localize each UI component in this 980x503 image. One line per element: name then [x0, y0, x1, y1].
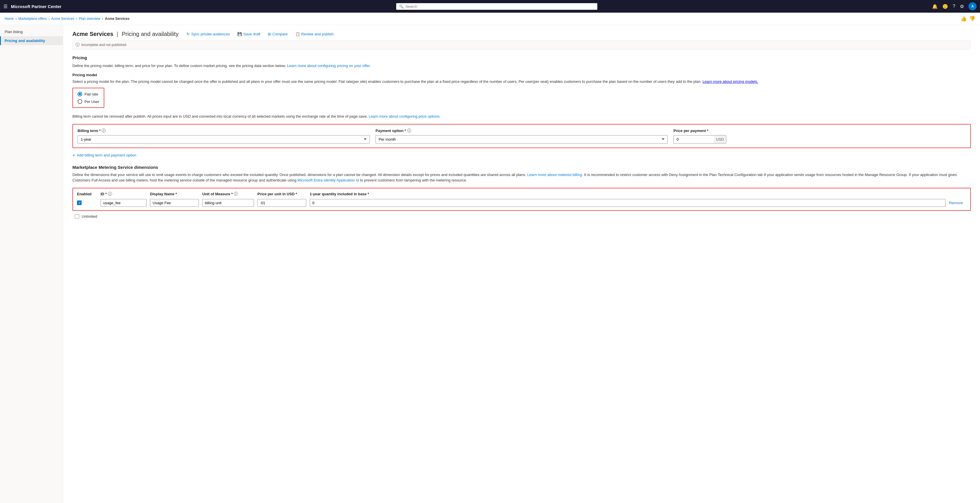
billing-term-select[interactable]: 1-year	[78, 135, 370, 144]
breadcrumb: Home › Marketplace offers › Acme Service…	[0, 13, 980, 25]
dimensions-table-box: Enabled ID * i Display Name * Unit of Me…	[72, 188, 971, 211]
app-title: Microsoft Partner Center	[11, 4, 62, 9]
topbar-right-icons: 🔔 🙂 ? ⚙ A	[932, 2, 977, 10]
payment-option-label: Payment option *	[375, 129, 406, 133]
uom-cell	[202, 199, 254, 207]
payment-option-select[interactable]: Per month	[375, 135, 668, 144]
page-header: Acme Services | Pricing and availability…	[72, 31, 971, 37]
display-name-cell	[150, 199, 199, 207]
id-cell	[100, 199, 146, 207]
sync-label: Sync private audiences	[191, 32, 229, 36]
qty-col-header: 1-year quantity included in base *	[310, 192, 966, 196]
pricing-section-title: Pricing	[72, 55, 971, 60]
enabled-cell	[77, 200, 97, 205]
compare-button[interactable]: ⊞ Compare	[266, 31, 290, 37]
display-name-input[interactable]	[150, 199, 199, 207]
smiley-icon[interactable]: 🙂	[942, 4, 948, 9]
user-avatar[interactable]: A	[969, 2, 977, 10]
save-label: Save draft	[243, 32, 260, 36]
flat-rate-radio-button[interactable]	[78, 92, 82, 96]
flat-rate-radio[interactable]: Flat rate	[78, 92, 99, 96]
payment-option-col: Payment option * i Per month	[375, 129, 668, 144]
hamburger-menu[interactable]: ☰	[3, 4, 8, 9]
thumbs-down-button[interactable]: 👎	[969, 16, 975, 22]
status-text: Incomplete and not published	[81, 43, 126, 47]
topbar: ☰ Microsoft Partner Center 🔍 🔔 🙂 ? ⚙ A	[0, 0, 980, 13]
plus-icon: +	[72, 153, 75, 158]
search-input[interactable]	[406, 4, 595, 9]
billing-options-box: Billing term * i 1-year Payment option *…	[72, 124, 971, 148]
breadcrumb-acme-services[interactable]: Acme Services	[51, 17, 75, 21]
per-user-radio-button[interactable]	[78, 99, 82, 104]
billing-labels-row: Billing term * i 1-year Payment option *…	[78, 129, 966, 144]
header-actions: ↻ Sync private audiences 💾 Save draft ⊞ …	[184, 31, 336, 37]
settings-icon[interactable]: ⚙	[960, 4, 964, 9]
uom-input[interactable]	[202, 199, 254, 207]
page-title: Acme Services	[72, 31, 113, 37]
review-publish-button[interactable]: 📋 Review and publish	[293, 31, 336, 37]
add-billing-term-button[interactable]: + Add billing term and payment option	[72, 153, 137, 158]
review-icon: 📋	[295, 32, 300, 36]
uom-col-header: Unit of Measure * i	[202, 192, 254, 196]
notification-icon[interactable]: 🔔	[932, 4, 938, 9]
qty-cell	[310, 199, 945, 207]
page-subtitle: Pricing and availability	[122, 31, 179, 37]
compare-icon: ⊞	[268, 32, 271, 36]
pricing-model-desc: Select a pricing model for the plan. The…	[72, 79, 971, 85]
remove-cell: Remove	[949, 201, 966, 205]
pricing-model-label: Pricing model	[72, 73, 971, 77]
price-cell	[258, 199, 306, 207]
per-user-radio[interactable]: Per User	[78, 99, 99, 104]
thumbs-up-button[interactable]: 👍	[961, 16, 967, 22]
status-bar: ⓘ Incomplete and not published	[72, 40, 971, 50]
flat-rate-label: Flat rate	[84, 92, 98, 96]
metering-section-title: Marketplace Metering Service dimensions	[72, 165, 971, 170]
uom-col-info-icon[interactable]: i	[234, 192, 238, 196]
pricing-learn-more-link[interactable]: Learn more about configuring pricing on …	[287, 64, 371, 68]
enabled-checkbox[interactable]	[77, 200, 81, 205]
breadcrumb-home[interactable]: Home	[5, 17, 14, 21]
price-input[interactable]	[673, 135, 714, 144]
metering-section-desc: Define the dimensions that your service …	[72, 172, 971, 183]
billing-term-label: Billing term *	[78, 129, 100, 133]
sidebar: Plan listing Pricing and availability	[0, 25, 63, 503]
pricing-model-radio-group: Flat rate Per User	[72, 88, 104, 108]
unlimited-row: Unlimited	[75, 214, 971, 219]
add-billing-label: Add billing term and payment option	[77, 153, 136, 157]
price-per-payment-label: Price per payment *	[673, 129, 708, 133]
breadcrumb-plan-overview[interactable]: Plan overview	[79, 17, 100, 21]
sidebar-item-plan-listing[interactable]: Plan listing	[0, 27, 63, 36]
compare-label: Compare	[272, 32, 288, 36]
search-bar[interactable]: 🔍	[396, 3, 597, 10]
entra-link[interactable]: Microsoft Entra Identity Application Id	[298, 178, 359, 182]
unlimited-label: Unlimited	[81, 214, 97, 219]
per-user-label: Per User	[84, 99, 99, 104]
dimensions-table-row: Remove	[77, 199, 966, 207]
main-content: Acme Services | Pricing and availability…	[63, 25, 980, 503]
sync-button[interactable]: ↻ Sync private audiences	[184, 31, 232, 37]
price-suffix: USD	[714, 135, 726, 144]
id-col-info-icon[interactable]: i	[108, 192, 112, 196]
main-layout: Plan listing Pricing and availability Ac…	[0, 25, 980, 503]
sidebar-item-pricing-availability[interactable]: Pricing and availability	[0, 36, 63, 45]
billing-info-link[interactable]: Learn more about configuring price optio…	[369, 114, 441, 118]
remove-dimension-button[interactable]: Remove	[949, 201, 963, 205]
enabled-col-header: Enabled	[77, 192, 97, 196]
unlimited-checkbox[interactable]	[75, 214, 79, 219]
pricing-model-link[interactable]: Learn more about pricing models.	[702, 79, 758, 84]
billing-info: Billing term cannot be removed after pub…	[72, 113, 971, 119]
save-icon: 💾	[237, 32, 242, 36]
review-label: Review and publish	[301, 32, 334, 36]
save-draft-button[interactable]: 💾 Save draft	[235, 31, 262, 37]
id-input[interactable]	[100, 199, 146, 207]
breadcrumb-marketplace-offers[interactable]: Marketplace offers	[18, 17, 47, 21]
help-icon[interactable]: ?	[953, 4, 955, 9]
metered-billing-link[interactable]: Learn more about metered billing.	[527, 172, 583, 177]
search-icon: 🔍	[399, 4, 404, 9]
payment-option-info-icon[interactable]: i	[407, 129, 411, 133]
price-unit-input[interactable]	[258, 199, 306, 207]
pricing-section-desc: Define the pricing model, billing term, …	[72, 63, 971, 69]
billing-term-info-icon[interactable]: i	[102, 129, 106, 133]
qty-included-input[interactable]	[310, 199, 945, 207]
price-col-header: Price per unit in USD *	[258, 192, 306, 196]
